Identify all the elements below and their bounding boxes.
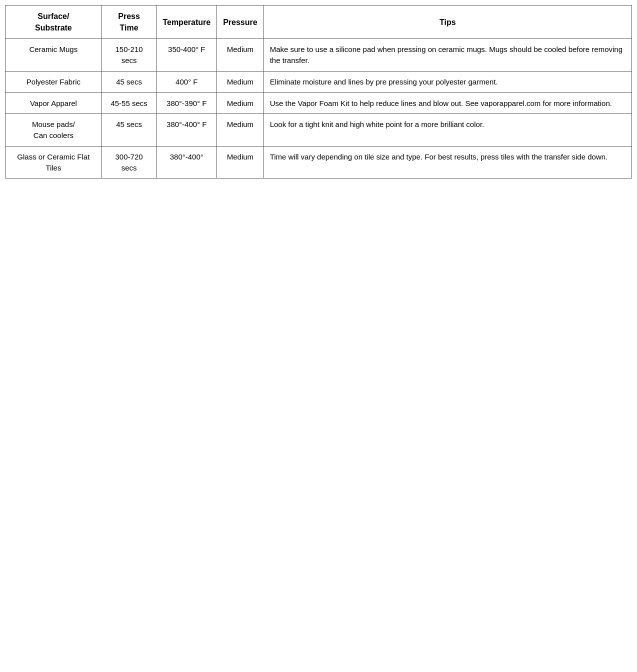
col-header-tips: Tips: [264, 6, 632, 39]
cell-pressure-4: Medium: [217, 146, 264, 178]
cell-press-time-2: 45-55 secs: [102, 92, 156, 114]
cell-press-time-1: 45 secs: [102, 71, 156, 92]
cell-tips-2: Use the Vapor Foam Kit to help reduce li…: [264, 92, 632, 114]
table-row: Ceramic Mugs 150-210 secs 350-400° F Med…: [6, 39, 632, 72]
cell-temperature-4: 380°-400°: [156, 146, 217, 178]
cell-tips-0: Make sure to use a silicone pad when pre…: [264, 39, 632, 72]
heat-press-guide-table: Surface/ Substrate Press Time Temperatur…: [5, 5, 632, 178]
table-row: Vapor Apparel 45-55 secs 380°-390° F Med…: [6, 92, 632, 114]
cell-surface-2: Vapor Apparel: [6, 92, 102, 114]
cell-surface-4: Glass or Ceramic Flat Tiles: [6, 146, 102, 178]
col-header-press-time: Press Time: [102, 6, 156, 39]
cell-tips-4: Time will vary depending on tile size an…: [264, 146, 632, 178]
cell-temperature-0: 350-400° F: [156, 39, 217, 72]
cell-press-time-3: 45 secs: [102, 114, 156, 146]
cell-temperature-2: 380°-390° F: [156, 92, 217, 114]
cell-surface-1: Polyester Fabric: [6, 71, 102, 92]
cell-tips-3: Look for a tight knit and high white poi…: [264, 114, 632, 146]
table-row: Polyester Fabric 45 secs 400° F Medium E…: [6, 71, 632, 92]
col-header-surface: Surface/ Substrate: [6, 6, 102, 39]
cell-surface-3: Mouse pads/ Can coolers: [6, 114, 102, 146]
cell-press-time-4: 300-720 secs: [102, 146, 156, 178]
cell-temperature-3: 380°-400° F: [156, 114, 217, 146]
cell-surface-0: Ceramic Mugs: [6, 39, 102, 72]
col-header-temperature: Temperature: [156, 6, 217, 39]
table-row: Mouse pads/ Can coolers 45 secs 380°-400…: [6, 114, 632, 146]
cell-temperature-1: 400° F: [156, 71, 217, 92]
table-header-row: Surface/ Substrate Press Time Temperatur…: [6, 6, 632, 39]
cell-pressure-0: Medium: [217, 39, 264, 72]
cell-pressure-1: Medium: [217, 71, 264, 92]
cell-tips-1: Eliminate moisture and lines by pre pres…: [264, 71, 632, 92]
cell-pressure-3: Medium: [217, 114, 264, 146]
table-row: Glass or Ceramic Flat Tiles 300-720 secs…: [6, 146, 632, 178]
cell-pressure-2: Medium: [217, 92, 264, 114]
col-header-pressure: Pressure: [217, 6, 264, 39]
cell-press-time-0: 150-210 secs: [102, 39, 156, 72]
